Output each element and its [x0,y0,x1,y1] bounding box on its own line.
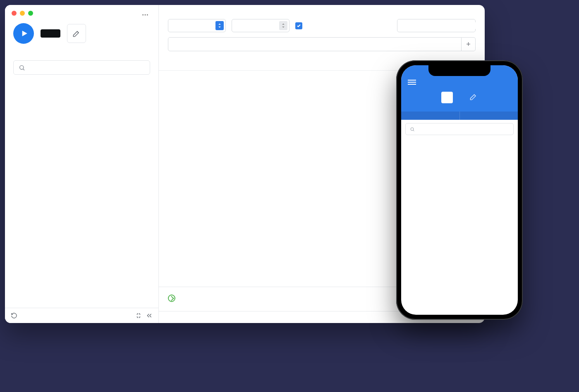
collapse-icon[interactable] [146,312,153,319]
create-task-row: + [159,35,485,55]
task-filters [159,17,485,35]
svg-line-1 [23,69,24,70]
chevron-updown-icon [279,21,287,30]
edit-timer-button[interactable] [67,24,86,43]
play-button[interactable] [13,23,34,44]
phone-edit-button[interactable] [469,93,478,102]
minimize-window-icon[interactable] [20,11,25,16]
more-menu-button[interactable]: ⋯ [142,11,152,17]
phone-today [460,112,518,120]
filter-all-select[interactable] [168,19,226,32]
phone-stats [401,112,518,120]
search-projects-field[interactable] [29,64,145,71]
phone-device [396,60,523,320]
svg-line-5 [413,130,414,131]
tasks-header [159,5,485,17]
search-icon [19,64,25,71]
create-task-button[interactable]: + [462,37,476,51]
phone-search-input[interactable] [405,123,514,135]
close-window-icon[interactable] [12,11,17,16]
status-bar [5,308,158,323]
pencil-icon [469,93,478,101]
phone-screen [401,65,518,315]
menu-button[interactable] [408,78,416,86]
svg-point-4 [411,128,414,131]
play-icon [21,30,28,37]
svg-point-0 [20,65,24,69]
stop-button[interactable] [441,92,453,103]
minimize-icon[interactable] [135,312,142,319]
filter-secondary-select[interactable] [232,19,290,32]
recycle-icon [168,295,175,302]
project-list [5,79,158,308]
show-completed-checkbox[interactable] [295,22,306,29]
pencil-icon [72,29,81,38]
create-task-field[interactable] [173,41,456,48]
current-project [5,47,158,56]
search-projects-input[interactable] [13,60,150,75]
phone-notch [428,65,490,76]
window-controls: ⋯ [5,5,158,17]
timer-display [41,29,60,38]
search-icon [410,127,415,132]
refresh-icon[interactable] [11,312,17,319]
chevron-updown-icon [215,21,224,30]
phone-budget [401,112,460,120]
checked-icon [295,22,302,29]
zoom-window-icon[interactable] [28,11,33,16]
timer-controls [5,17,158,47]
create-task-input[interactable] [168,37,462,51]
search-tasks-field[interactable] [404,22,476,29]
phone-search-field[interactable] [417,126,509,132]
sidebar: ⋯ [5,5,159,323]
search-tasks-input[interactable] [397,19,476,32]
